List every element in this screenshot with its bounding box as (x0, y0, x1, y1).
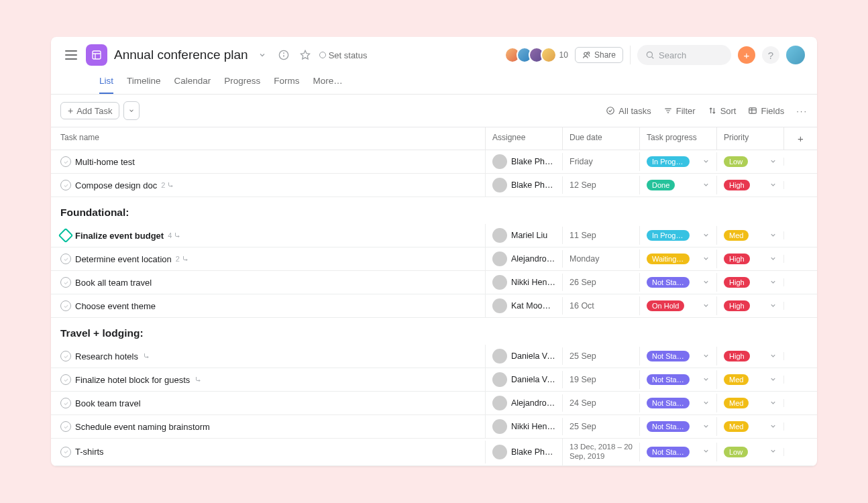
chevron-down-icon[interactable] (700, 278, 710, 288)
priority-pill[interactable]: Low (724, 156, 748, 167)
col-due-date[interactable]: Due date (562, 127, 639, 150)
chevron-down-icon[interactable] (700, 375, 710, 385)
milestone-icon[interactable] (58, 228, 74, 243)
section-header[interactable]: Travel + lodging: (51, 318, 817, 345)
chevron-down-icon[interactable] (767, 447, 777, 457)
priority-pill[interactable]: Med (724, 398, 749, 408)
progress-pill[interactable]: Waiting o… (647, 254, 690, 264)
progress-pill[interactable]: Not Start… (647, 421, 690, 432)
tab-progress[interactable]: Progress (224, 72, 260, 94)
task-row[interactable]: Choose event themeKat Mooney16 OctOn Hol… (51, 294, 817, 318)
progress-pill[interactable]: On Hold (647, 300, 684, 311)
priority-pill[interactable]: High (724, 300, 750, 311)
chevron-down-icon[interactable] (767, 231, 777, 241)
complete-checkbox[interactable] (60, 421, 71, 432)
chevron-down-icon[interactable] (700, 351, 710, 361)
chevron-down-icon[interactable] (767, 301, 777, 311)
col-task-name[interactable]: Task name (51, 127, 485, 150)
task-row[interactable]: T-shirtsBlake Pham13 Dec, 2018 – 20 Sep,… (51, 439, 817, 466)
sort-button[interactable]: Sort (708, 106, 737, 116)
task-row[interactable]: Research hotelsDaniela Var…25 SepNot Sta… (51, 345, 817, 368)
priority-pill[interactable]: High (724, 180, 750, 190)
filter-button[interactable]: Filter (663, 106, 696, 116)
assignee-avatar (492, 154, 507, 169)
chevron-down-icon[interactable] (767, 351, 777, 361)
chevron-down-icon[interactable] (767, 422, 777, 432)
task-row[interactable]: Multi-home testBlake PhamFridayIn Progre… (51, 150, 817, 174)
priority-pill[interactable]: Med (724, 230, 749, 241)
progress-pill[interactable]: In Progre… (647, 230, 690, 241)
complete-checkbox[interactable] (60, 351, 71, 361)
chevron-down-icon[interactable] (767, 398, 777, 408)
section-header[interactable]: Foundational: (51, 197, 817, 224)
all-tasks-button[interactable]: All tasks (606, 106, 651, 116)
complete-checkbox[interactable] (60, 398, 71, 408)
chevron-down-icon[interactable] (700, 447, 710, 457)
complete-checkbox[interactable] (60, 156, 71, 167)
chevron-down-icon[interactable] (767, 180, 777, 190)
help-button[interactable]: ? (762, 46, 779, 64)
complete-checkbox[interactable] (60, 254, 71, 264)
col-progress[interactable]: Task progress (639, 127, 716, 150)
member-avatars[interactable]: 10 (508, 47, 568, 63)
complete-checkbox[interactable] (60, 374, 71, 385)
chevron-down-icon[interactable] (700, 398, 710, 408)
task-row[interactable]: Book team travelAlejandro L…24 SepNot St… (51, 392, 817, 415)
chevron-down-icon[interactable] (700, 301, 710, 311)
priority-pill[interactable]: High (724, 351, 750, 361)
add-button[interactable]: + (738, 46, 755, 64)
complete-checkbox[interactable] (60, 447, 71, 457)
more-icon[interactable]: ··· (796, 106, 808, 116)
chevron-down-icon[interactable] (767, 278, 777, 288)
chevron-down-icon[interactable] (767, 254, 777, 264)
fields-button[interactable]: Fields (748, 106, 784, 116)
task-row[interactable]: Schedule event naming brainstormNikki He… (51, 415, 817, 439)
chevron-down-icon[interactable] (255, 48, 270, 62)
share-button[interactable]: Share (575, 47, 623, 63)
add-task-dropdown[interactable] (123, 101, 140, 120)
task-row[interactable]: Finalize event budget4 Mariel Liu11 SepI… (51, 224, 817, 247)
task-row[interactable]: Determine event location2 Alejandro L…Mo… (51, 247, 817, 271)
tab-calendar[interactable]: Calendar (174, 72, 211, 94)
add-task-button[interactable]: +Add Task (60, 102, 119, 119)
col-assignee[interactable]: Assignee (485, 127, 562, 150)
search-input[interactable]: Search (637, 45, 731, 65)
priority-pill[interactable]: High (724, 277, 750, 288)
complete-checkbox[interactable] (60, 180, 71, 190)
tab-list[interactable]: List (99, 72, 113, 94)
priority-pill[interactable]: High (724, 254, 750, 264)
priority-pill[interactable]: Med (724, 374, 749, 385)
tab-timeline[interactable]: Timeline (127, 72, 161, 94)
star-icon[interactable] (298, 48, 313, 62)
chevron-down-icon[interactable] (700, 180, 710, 190)
task-row[interactable]: Finalize hotel block for guestsDaniela V… (51, 368, 817, 392)
chevron-down-icon[interactable] (767, 157, 777, 167)
task-row[interactable]: Compose design doc2 Blake Pham12 SepDone… (51, 174, 817, 197)
complete-checkbox[interactable] (60, 300, 71, 311)
add-column-button[interactable]: + (783, 127, 817, 150)
progress-pill[interactable]: Done (647, 180, 675, 190)
task-row[interactable]: Book all team travelNikki Hend…26 SepNot… (51, 271, 817, 294)
chevron-down-icon[interactable] (767, 375, 777, 385)
complete-checkbox[interactable] (60, 277, 71, 288)
progress-pill[interactable]: Not Start… (647, 277, 690, 288)
tab-more[interactable]: More… (313, 72, 343, 94)
progress-pill[interactable]: Not Start… (647, 398, 690, 408)
chevron-down-icon[interactable] (700, 254, 710, 264)
progress-pill[interactable]: In Progre… (647, 156, 690, 167)
priority-pill[interactable]: Med (724, 421, 749, 432)
progress-pill[interactable]: Not Start… (647, 351, 690, 361)
profile-avatar[interactable] (786, 46, 805, 64)
chevron-down-icon[interactable] (700, 422, 710, 432)
col-priority[interactable]: Priority (716, 127, 783, 150)
menu-icon[interactable] (63, 47, 79, 63)
progress-pill[interactable]: Not Start… (647, 374, 690, 385)
progress-pill[interactable]: Not Start… (647, 447, 690, 457)
info-icon[interactable] (276, 48, 291, 62)
tab-forms[interactable]: Forms (274, 72, 299, 94)
project-title[interactable]: Annual conference plan (114, 48, 248, 62)
chevron-down-icon[interactable] (700, 231, 710, 241)
priority-pill[interactable]: Low (724, 447, 748, 457)
set-status-button[interactable]: Set status (319, 50, 368, 60)
chevron-down-icon[interactable] (700, 157, 710, 167)
